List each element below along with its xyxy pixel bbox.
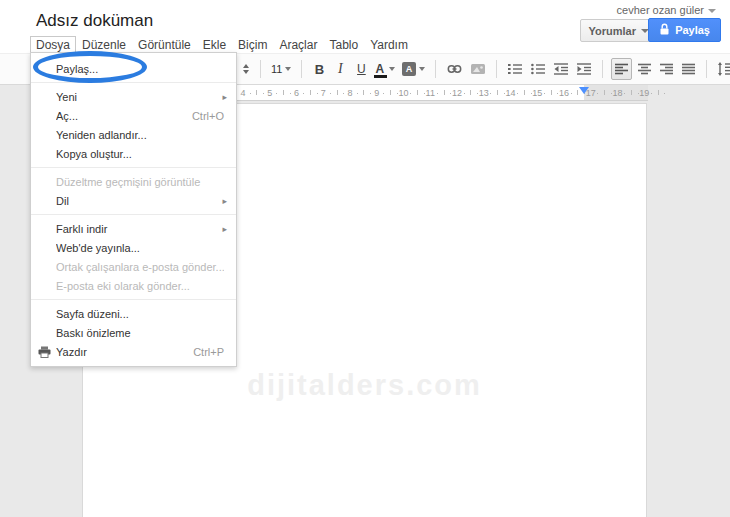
- ruler-indent-marker[interactable]: [579, 87, 589, 94]
- decrease-indent-button[interactable]: [551, 58, 571, 80]
- chevron-down-icon: [389, 67, 395, 71]
- menu-item-label: Web'de yayınla...: [56, 242, 224, 254]
- text-color-button[interactable]: A: [373, 58, 397, 80]
- menu-item-webde-yayinla[interactable]: Web'de yayınla...: [31, 238, 236, 257]
- menubar: DosyaDüzenleGörüntüleEkleBiçimAraçlarTab…: [30, 35, 414, 53]
- menu-separator: [31, 214, 236, 215]
- submenu-arrow-icon: ▸: [222, 224, 227, 234]
- menu-item-shortcut: Ctrl+P: [193, 346, 224, 358]
- insert-image-icon[interactable]: [468, 58, 488, 80]
- account-menu[interactable]: cevher ozan güler: [617, 4, 716, 16]
- toolbar-separator: [602, 60, 603, 78]
- color-bar: [374, 75, 387, 78]
- toolbar-separator: [301, 60, 302, 78]
- underline-button[interactable]: U: [352, 58, 370, 80]
- font-size-value: 11: [271, 63, 282, 75]
- menu-item-label: Yazdır: [56, 346, 193, 358]
- line-spacing-button[interactable]: [715, 58, 730, 80]
- submenu-arrow-icon: ▸: [222, 92, 227, 102]
- file-menu: Paylaş...Yeni▸Aç...Ctrl+OYeniden adlandı…: [30, 52, 237, 367]
- font-size-select[interactable]: 11: [269, 63, 293, 75]
- increase-indent-button[interactable]: [574, 58, 594, 80]
- comments-button[interactable]: Yorumlar: [580, 19, 658, 42]
- menu-item-eposta-eki: E-posta eki olarak gönder...: [31, 276, 236, 295]
- menu-item-label: Baskı önizleme: [56, 327, 224, 339]
- comments-button-label: Yorumlar: [589, 25, 636, 37]
- menu-item-label: Yeni: [56, 91, 224, 103]
- menu-item-label: Farklı indir: [56, 223, 224, 235]
- share-button-label: Paylaş: [675, 24, 710, 36]
- toolbar-separator: [260, 60, 261, 78]
- toolbar-separator: [496, 60, 497, 78]
- highlight-color-button[interactable]: A: [400, 58, 427, 80]
- menu-item-baski-onizleme[interactable]: Baskı önizleme: [31, 323, 236, 342]
- menu-item-yazdir[interactable]: YazdırCtrl+P: [31, 342, 236, 361]
- bold-button[interactable]: B: [310, 58, 328, 80]
- menu-item-shortcut: Ctrl+O: [192, 110, 224, 122]
- menu-item-duzeltme-gecmisi: Düzeltme geçmişini görüntüle: [31, 172, 236, 191]
- menu-item-sayfa-duzeni[interactable]: Sayfa düzeni...: [31, 304, 236, 323]
- menu-item-label: E-posta eki olarak gönder...: [56, 280, 224, 292]
- menu-item-label: Yeniden adlandır...: [56, 129, 224, 141]
- menu-separator: [31, 299, 236, 300]
- menu-item-yeni[interactable]: Yeni▸: [31, 87, 236, 106]
- insert-link-icon[interactable]: [444, 58, 465, 80]
- toolbar-separator: [706, 60, 707, 78]
- watermark: dijitalders.com: [247, 369, 482, 402]
- document-title[interactable]: Adsız doküman: [36, 11, 153, 31]
- bulleted-list-button[interactable]: [528, 58, 548, 80]
- menu-item-label: Aç...: [56, 110, 192, 122]
- menu-separator: [31, 82, 236, 83]
- menu-separator: [31, 167, 236, 168]
- chevron-down-icon: [285, 67, 291, 71]
- menu-item-farkli-indir[interactable]: Farklı indir▸: [31, 219, 236, 238]
- stepper-icon[interactable]: [240, 64, 252, 74]
- justify-button[interactable]: [679, 58, 698, 80]
- chevron-down-icon: [419, 67, 425, 71]
- menu-item-dil[interactable]: Dil▸: [31, 191, 236, 210]
- menu-item-label: Düzeltme geçmişini görüntüle: [56, 176, 224, 188]
- toolbar-separator: [435, 60, 436, 78]
- align-left-button[interactable]: [611, 58, 632, 80]
- chevron-down-icon: [708, 9, 716, 13]
- numbered-list-button[interactable]: [505, 58, 525, 80]
- menu-item-yeniden-adlandir[interactable]: Yeniden adlandır...: [31, 125, 236, 144]
- align-right-button[interactable]: [657, 58, 676, 80]
- menu-item-kopya-olustur[interactable]: Kopya oluştur...: [31, 144, 236, 163]
- submenu-arrow-icon: ▸: [222, 196, 227, 206]
- menu-item-label: Dil: [56, 195, 224, 207]
- lock-icon: [659, 23, 670, 38]
- menu-item-ortak-calisanlara: Ortak çalışanlara e-posta gönder...: [31, 257, 236, 276]
- account-name: cevher ozan güler: [617, 4, 704, 16]
- italic-button[interactable]: I: [331, 58, 349, 80]
- align-center-button[interactable]: [635, 58, 654, 80]
- file-menu-list: Paylaş...Yeni▸Aç...Ctrl+OYeniden adlandı…: [31, 59, 236, 361]
- menu-item-paylas[interactable]: Paylaş...: [31, 59, 236, 78]
- menu-item-label: Ortak çalışanlara e-posta gönder...: [56, 261, 224, 273]
- menu-item-label: Paylaş...: [56, 63, 224, 75]
- menu-item-label: Sayfa düzeni...: [56, 308, 224, 320]
- share-button[interactable]: Paylaş: [648, 18, 721, 42]
- menu-item-ac[interactable]: Aç...Ctrl+O: [31, 106, 236, 125]
- menu-item-label: Kopya oluştur...: [56, 148, 224, 160]
